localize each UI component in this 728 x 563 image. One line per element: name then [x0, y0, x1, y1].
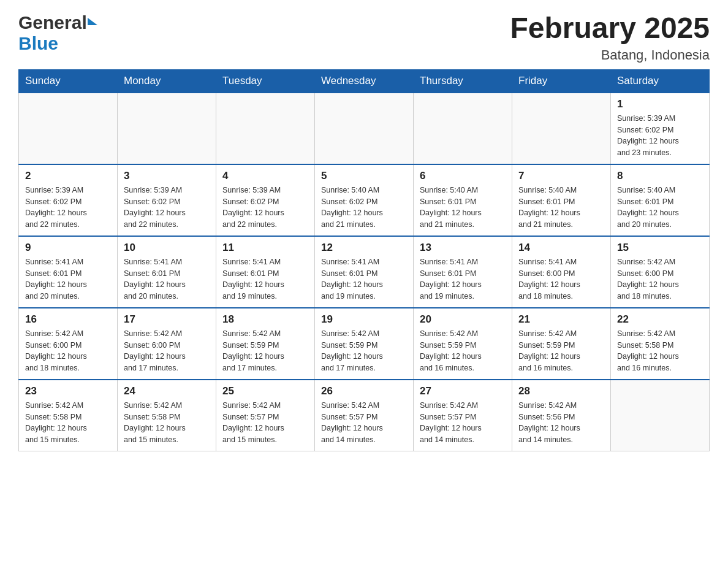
day-info: Sunrise: 5:39 AMSunset: 6:02 PMDaylight:…: [25, 185, 111, 231]
day-info: Sunrise: 5:41 AMSunset: 6:00 PMDaylight:…: [518, 256, 604, 302]
day-number: 9: [25, 242, 111, 254]
calendar-day-cell: 27Sunrise: 5:42 AMSunset: 5:57 PMDayligh…: [414, 380, 512, 451]
calendar-day-cell: 2Sunrise: 5:39 AMSunset: 6:02 PMDaylight…: [19, 164, 118, 236]
day-info: Sunrise: 5:42 AMSunset: 5:59 PMDaylight:…: [321, 328, 407, 374]
day-number: 22: [617, 313, 703, 326]
calendar-day-cell: 22Sunrise: 5:42 AMSunset: 5:58 PMDayligh…: [611, 308, 710, 380]
calendar-day-cell: 25Sunrise: 5:42 AMSunset: 5:57 PMDayligh…: [216, 380, 315, 451]
calendar-day-cell: [611, 380, 710, 451]
day-info: Sunrise: 5:42 AMSunset: 5:59 PMDaylight:…: [518, 328, 604, 374]
day-info: Sunrise: 5:42 AMSunset: 5:56 PMDaylight:…: [518, 400, 604, 446]
calendar-day-cell: 10Sunrise: 5:41 AMSunset: 6:01 PMDayligh…: [118, 236, 216, 308]
day-number: 24: [124, 385, 210, 397]
day-number: 15: [617, 242, 703, 254]
calendar-day-cell: 23Sunrise: 5:42 AMSunset: 5:58 PMDayligh…: [19, 380, 118, 451]
day-info: Sunrise: 5:39 AMSunset: 6:02 PMDaylight:…: [124, 185, 210, 231]
day-number: 25: [222, 385, 308, 397]
day-info: Sunrise: 5:42 AMSunset: 5:59 PMDaylight:…: [420, 328, 506, 374]
calendar-day-cell: [19, 93, 118, 164]
calendar-day-cell: [216, 93, 315, 164]
month-title: February 2025: [510, 12, 710, 45]
calendar-day-cell: 11Sunrise: 5:41 AMSunset: 6:01 PMDayligh…: [216, 236, 315, 308]
weekday-header-row: SundayMondayTuesdayWednesdayThursdayFrid…: [19, 69, 710, 93]
day-number: 10: [124, 242, 210, 254]
day-number: 16: [25, 313, 111, 326]
calendar-day-cell: 15Sunrise: 5:42 AMSunset: 6:00 PMDayligh…: [611, 236, 710, 308]
day-info: Sunrise: 5:41 AMSunset: 6:01 PMDaylight:…: [124, 256, 210, 302]
day-info: Sunrise: 5:40 AMSunset: 6:01 PMDaylight:…: [518, 185, 604, 231]
calendar-week-row: 2Sunrise: 5:39 AMSunset: 6:02 PMDaylight…: [19, 164, 710, 236]
day-info: Sunrise: 5:42 AMSunset: 5:57 PMDaylight:…: [222, 400, 308, 446]
weekday-header-tuesday: Tuesday: [216, 69, 315, 93]
calendar-day-cell: 8Sunrise: 5:40 AMSunset: 6:01 PMDaylight…: [611, 164, 710, 236]
calendar-day-cell: 14Sunrise: 5:41 AMSunset: 6:00 PMDayligh…: [512, 236, 611, 308]
day-number: 7: [518, 170, 604, 182]
calendar-day-cell: 18Sunrise: 5:42 AMSunset: 5:59 PMDayligh…: [216, 308, 315, 380]
day-number: 28: [518, 385, 604, 397]
day-number: 20: [420, 313, 506, 326]
day-info: Sunrise: 5:42 AMSunset: 6:00 PMDaylight:…: [124, 328, 210, 374]
weekday-header-saturday: Saturday: [611, 69, 710, 93]
day-info: Sunrise: 5:40 AMSunset: 6:02 PMDaylight:…: [321, 185, 407, 231]
logo: General Blue: [18, 12, 97, 54]
day-info: Sunrise: 5:42 AMSunset: 6:00 PMDaylight:…: [617, 256, 703, 302]
calendar-header: SundayMondayTuesdayWednesdayThursdayFrid…: [19, 69, 710, 93]
day-info: Sunrise: 5:39 AMSunset: 6:02 PMDaylight:…: [617, 113, 703, 159]
calendar-day-cell: 13Sunrise: 5:41 AMSunset: 6:01 PMDayligh…: [414, 236, 512, 308]
day-info: Sunrise: 5:41 AMSunset: 6:01 PMDaylight:…: [25, 256, 111, 302]
logo-blue-text: Blue: [18, 33, 58, 53]
day-number: 27: [420, 385, 506, 397]
day-info: Sunrise: 5:42 AMSunset: 5:59 PMDaylight:…: [222, 328, 308, 374]
day-number: 26: [321, 385, 407, 397]
calendar-week-row: 9Sunrise: 5:41 AMSunset: 6:01 PMDaylight…: [19, 236, 710, 308]
calendar-day-cell: 17Sunrise: 5:42 AMSunset: 6:00 PMDayligh…: [118, 308, 216, 380]
location: Batang, Indonesia: [510, 47, 710, 63]
day-info: Sunrise: 5:42 AMSunset: 5:57 PMDaylight:…: [420, 400, 506, 446]
calendar-day-cell: 4Sunrise: 5:39 AMSunset: 6:02 PMDaylight…: [216, 164, 315, 236]
day-info: Sunrise: 5:42 AMSunset: 5:58 PMDaylight:…: [25, 400, 111, 446]
weekday-header-monday: Monday: [118, 69, 216, 93]
calendar-day-cell: 24Sunrise: 5:42 AMSunset: 5:58 PMDayligh…: [118, 380, 216, 451]
calendar-day-cell: 20Sunrise: 5:42 AMSunset: 5:59 PMDayligh…: [414, 308, 512, 380]
day-info: Sunrise: 5:42 AMSunset: 6:00 PMDaylight:…: [25, 328, 111, 374]
weekday-header-wednesday: Wednesday: [315, 69, 414, 93]
calendar-day-cell: 19Sunrise: 5:42 AMSunset: 5:59 PMDayligh…: [315, 308, 414, 380]
calendar-day-cell: [118, 93, 216, 164]
day-info: Sunrise: 5:39 AMSunset: 6:02 PMDaylight:…: [222, 185, 308, 231]
day-info: Sunrise: 5:40 AMSunset: 6:01 PMDaylight:…: [420, 185, 506, 231]
day-number: 8: [617, 170, 703, 182]
calendar-day-cell: 7Sunrise: 5:40 AMSunset: 6:01 PMDaylight…: [512, 164, 611, 236]
day-number: 13: [420, 242, 506, 254]
logo-arrow-icon: [88, 18, 97, 25]
day-number: 17: [124, 313, 210, 326]
day-info: Sunrise: 5:41 AMSunset: 6:01 PMDaylight:…: [321, 256, 407, 302]
day-info: Sunrise: 5:41 AMSunset: 6:01 PMDaylight:…: [222, 256, 308, 302]
calendar-day-cell: 3Sunrise: 5:39 AMSunset: 6:02 PMDaylight…: [118, 164, 216, 236]
weekday-header-sunday: Sunday: [19, 69, 118, 93]
day-number: 12: [321, 242, 407, 254]
calendar-day-cell: 16Sunrise: 5:42 AMSunset: 6:00 PMDayligh…: [19, 308, 118, 380]
calendar-week-row: 16Sunrise: 5:42 AMSunset: 6:00 PMDayligh…: [19, 308, 710, 380]
day-info: Sunrise: 5:41 AMSunset: 6:01 PMDaylight:…: [420, 256, 506, 302]
calendar-day-cell: 6Sunrise: 5:40 AMSunset: 6:01 PMDaylight…: [414, 164, 512, 236]
day-number: 6: [420, 170, 506, 182]
day-info: Sunrise: 5:40 AMSunset: 6:01 PMDaylight:…: [617, 185, 703, 231]
day-number: 21: [518, 313, 604, 326]
calendar-day-cell: [315, 93, 414, 164]
calendar-week-row: 1Sunrise: 5:39 AMSunset: 6:02 PMDaylight…: [19, 93, 710, 164]
day-number: 3: [124, 170, 210, 182]
day-info: Sunrise: 5:42 AMSunset: 5:58 PMDaylight:…: [124, 400, 210, 446]
day-number: 2: [25, 170, 111, 182]
day-number: 18: [222, 313, 308, 326]
calendar-day-cell: 12Sunrise: 5:41 AMSunset: 6:01 PMDayligh…: [315, 236, 414, 308]
calendar-body: 1Sunrise: 5:39 AMSunset: 6:02 PMDaylight…: [19, 93, 710, 451]
calendar-day-cell: 9Sunrise: 5:41 AMSunset: 6:01 PMDaylight…: [19, 236, 118, 308]
calendar-day-cell: 28Sunrise: 5:42 AMSunset: 5:56 PMDayligh…: [512, 380, 611, 451]
day-number: 1: [617, 98, 703, 110]
calendar-table: SundayMondayTuesdayWednesdayThursdayFrid…: [18, 69, 710, 451]
weekday-header-thursday: Thursday: [414, 69, 512, 93]
day-number: 4: [222, 170, 308, 182]
day-number: 14: [518, 242, 604, 254]
calendar-day-cell: 21Sunrise: 5:42 AMSunset: 5:59 PMDayligh…: [512, 308, 611, 380]
calendar-day-cell: [414, 93, 512, 164]
